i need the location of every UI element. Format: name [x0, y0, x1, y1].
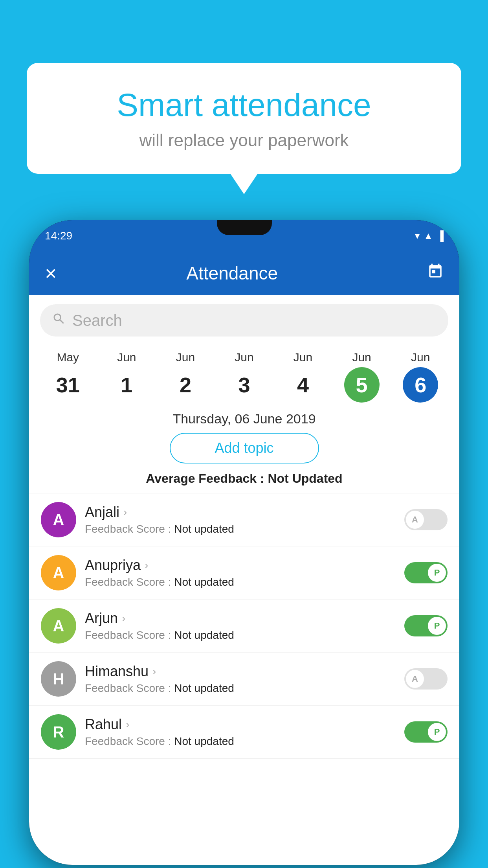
phone-frame: 14:29 ▾ ▲ ▐ × Attendance Search — [29, 220, 459, 865]
student-info: Himanshu ›Feedback Score : Not updated — [85, 663, 404, 695]
date-item[interactable]: Jun4 — [285, 351, 321, 403]
date-month: Jun — [411, 351, 430, 364]
date-item[interactable]: Jun5 — [344, 351, 380, 403]
status-time: 14:29 — [45, 230, 72, 242]
avatar: H — [41, 661, 76, 697]
avatar: A — [41, 555, 76, 590]
date-number[interactable]: 5 — [344, 367, 380, 403]
list-item: RRahul ›Feedback Score : Not updatedP — [29, 706, 459, 759]
student-info: Anupriya ›Feedback Score : Not updated — [85, 557, 404, 588]
screen-content: Search May31Jun1Jun2Jun3Jun4Jun5Jun6 Thu… — [29, 295, 459, 865]
date-month: Jun — [352, 351, 371, 364]
toggle-knob: P — [428, 564, 446, 582]
toggle-knob: P — [428, 723, 446, 741]
date-month: Jun — [235, 351, 253, 364]
date-month: May — [57, 351, 79, 364]
search-icon — [52, 312, 66, 329]
student-list: AAnjali ›Feedback Score : Not updatedAAA… — [29, 493, 459, 759]
date-item[interactable]: Jun6 — [403, 351, 438, 403]
student-feedback: Feedback Score : Not updated — [85, 576, 404, 588]
date-month: Jun — [117, 351, 136, 364]
attendance-toggle[interactable]: P — [404, 721, 448, 743]
chevron-icon: › — [126, 718, 129, 731]
status-icons: ▾ ▲ ▐ — [415, 230, 444, 241]
calendar-icon[interactable] — [427, 263, 444, 283]
student-feedback: Feedback Score : Not updated — [85, 682, 404, 695]
date-picker-row: May31Jun1Jun2Jun3Jun4Jun5Jun6 — [29, 343, 459, 406]
search-bar[interactable]: Search — [40, 304, 448, 337]
attendance-toggle[interactable]: A — [404, 668, 448, 690]
list-item: HHimanshu ›Feedback Score : Not updatedA — [29, 653, 459, 706]
date-number[interactable]: 4 — [285, 367, 321, 403]
date-number[interactable]: 31 — [50, 367, 86, 403]
status-bar: 14:29 ▾ ▲ ▐ — [29, 220, 459, 252]
wifi-icon: ▾ — [415, 230, 420, 241]
toggle-knob: A — [406, 511, 424, 529]
date-number[interactable]: 3 — [226, 367, 262, 403]
attendance-toggle[interactable]: A — [404, 509, 448, 530]
search-placeholder: Search — [72, 312, 122, 329]
chevron-icon: › — [145, 559, 148, 572]
close-button[interactable]: × — [45, 261, 57, 285]
avatar: A — [41, 502, 76, 537]
avg-feedback: Average Feedback : Not Updated — [29, 471, 459, 486]
student-feedback: Feedback Score : Not updated — [85, 735, 404, 748]
attendance-toggle[interactable]: P — [404, 615, 448, 636]
list-item: AArjun ›Feedback Score : Not updatedP — [29, 600, 459, 653]
bubble-title: Smart attendance — [58, 86, 430, 123]
student-name[interactable]: Anjali › — [85, 504, 404, 520]
student-feedback: Feedback Score : Not updated — [85, 629, 404, 642]
bubble-subtitle: will replace your paperwork — [58, 131, 430, 150]
chevron-icon: › — [152, 665, 156, 678]
battery-icon: ▐ — [437, 230, 444, 241]
add-topic-button[interactable]: Add topic — [170, 433, 319, 463]
list-item: AAnupriya ›Feedback Score : Not updatedP — [29, 546, 459, 600]
student-name[interactable]: Anupriya › — [85, 557, 404, 574]
attendance-toggle[interactable]: P — [404, 562, 448, 583]
app-bar: × Attendance — [29, 252, 459, 295]
signal-icon: ▲ — [424, 230, 433, 241]
avg-feedback-value: Not Updated — [268, 471, 342, 485]
student-info: Anjali ›Feedback Score : Not updated — [85, 504, 404, 535]
app-bar-title: Attendance — [68, 263, 396, 284]
student-info: Arjun ›Feedback Score : Not updated — [85, 610, 404, 642]
avatar: R — [41, 714, 76, 750]
list-item: AAnjali ›Feedback Score : Not updatedA — [29, 493, 459, 546]
toggle-knob: A — [406, 670, 424, 688]
selected-date-display: Thursday, 06 June 2019 — [29, 406, 459, 433]
student-name[interactable]: Arjun › — [85, 610, 404, 627]
student-info: Rahul ›Feedback Score : Not updated — [85, 716, 404, 748]
date-item[interactable]: Jun3 — [226, 351, 262, 403]
student-feedback: Feedback Score : Not updated — [85, 523, 404, 535]
chevron-icon: › — [122, 612, 125, 625]
speech-bubble: Smart attendance will replace your paper… — [27, 63, 461, 174]
date-number[interactable]: 2 — [168, 367, 203, 403]
toggle-knob: P — [428, 617, 446, 635]
date-month: Jun — [294, 351, 312, 364]
date-month: Jun — [176, 351, 195, 364]
avg-feedback-label: Average Feedback : — [146, 471, 264, 485]
date-item[interactable]: Jun2 — [168, 351, 203, 403]
date-item[interactable]: Jun1 — [109, 351, 144, 403]
phone-notch — [217, 220, 272, 235]
student-name[interactable]: Himanshu › — [85, 663, 404, 680]
chevron-icon: › — [123, 506, 127, 519]
date-number[interactable]: 1 — [109, 367, 144, 403]
student-name[interactable]: Rahul › — [85, 716, 404, 733]
avatar: A — [41, 608, 76, 644]
date-number[interactable]: 6 — [403, 367, 438, 403]
date-item[interactable]: May31 — [50, 351, 86, 403]
